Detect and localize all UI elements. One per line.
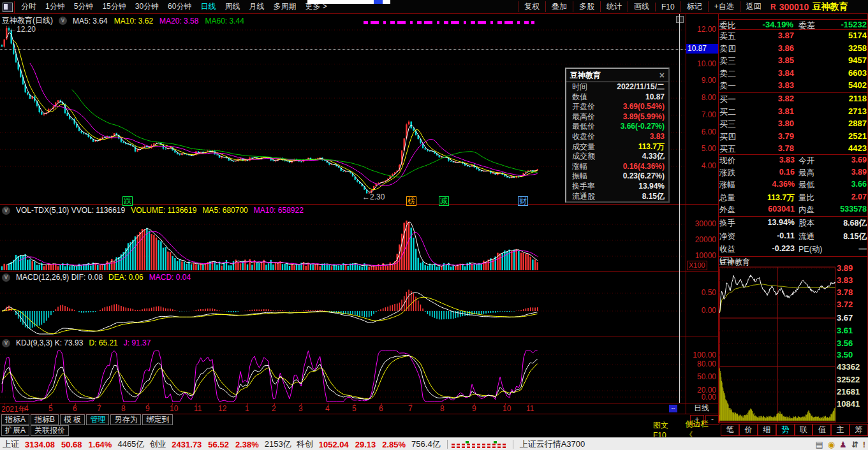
stock-label: R 300010 豆神教育	[770, 0, 848, 13]
collapse-chevron-icon[interactable]: v	[59, 17, 67, 25]
coin-icon[interactable]: ◉	[828, 440, 835, 449]
mini-volume-tick: 43362	[837, 362, 867, 372]
window-icon[interactable]	[3, 3, 13, 12]
bid-row[interactable]: 买五3.784423	[719, 143, 867, 155]
tab-关联报价[interactable]: 关联报价	[31, 425, 69, 436]
info-label: 流通	[798, 231, 829, 242]
tab-管理[interactable]: 管理	[86, 414, 109, 425]
action-多股[interactable]: 多股	[573, 1, 600, 12]
tab-另存为[interactable]: 另存为	[110, 414, 141, 425]
event-badge-减[interactable]: 减	[439, 196, 449, 206]
menu-item-分时[interactable]: 分时	[17, 1, 41, 12]
mini-price-tick: 3.61	[837, 326, 867, 335]
tab-指标B[interactable]: 指标B	[31, 414, 59, 425]
action-复权[interactable]: 复权	[518, 1, 545, 12]
tab-指标A[interactable]: 指标A	[1, 414, 29, 425]
ask-row[interactable]: 卖二3.846603	[719, 68, 867, 80]
side-tab-价[interactable]: 价	[739, 424, 758, 436]
tooltip-row-label: 成交额	[572, 152, 595, 162]
side-tab-势[interactable]: 势	[776, 424, 795, 436]
price-axis-tick: 10.00	[687, 59, 716, 68]
stock-flag: R	[770, 3, 776, 11]
collapse-chevron-icon[interactable]: v	[2, 339, 10, 347]
graphic-f10-link[interactable]: 图文F10	[653, 420, 681, 440]
collapse-chevron-icon[interactable]: v	[2, 207, 10, 215]
info-label: PE(动)	[798, 244, 829, 266]
side-tab-主[interactable]: 主	[831, 424, 850, 436]
menu-item-30分钟[interactable]: 30分钟	[131, 1, 163, 12]
bid-row-price: 3.78	[746, 143, 794, 155]
tooltip-row-value: 3.66(-0.27%)	[621, 122, 665, 132]
action-叠加[interactable]: 叠加	[545, 1, 573, 12]
info-value: 8.15亿	[829, 231, 867, 242]
side-tab-筹[interactable]: 筹	[850, 424, 868, 436]
tooltip-row: 换手率13.94%	[566, 182, 668, 192]
side-tab-值[interactable]: 值	[813, 424, 831, 436]
event-badge-财[interactable]: 财	[518, 196, 528, 206]
side-tab-笔[interactable]: 笔	[721, 424, 739, 436]
tooltip-row-value: 3.83	[650, 132, 665, 142]
action-返回[interactable]: 返回	[740, 1, 767, 12]
bid-row[interactable]: 买四3.792521	[719, 131, 867, 143]
bid-row[interactable]: 买三3.802887	[719, 119, 867, 130]
sort-icon[interactable]: ⇵	[851, 440, 858, 449]
alert-icon[interactable]: !	[863, 440, 865, 449]
ask-row[interactable]: 卖三3.859457	[719, 55, 867, 67]
menu-item-5分钟[interactable]: 5分钟	[70, 1, 98, 12]
bid-row[interactable]: 买二3.812713	[719, 106, 867, 118]
menu-item-月线[interactable]: 月线	[244, 1, 268, 12]
glass-icon[interactable]: ♟	[839, 440, 847, 449]
collapse-chevron-icon[interactable]: v	[2, 273, 10, 282]
info-value: 3.89	[829, 168, 867, 178]
main-chart-title: 豆神教育(日线)	[2, 15, 53, 26]
menu-item-多周期[interactable]: 多周期	[268, 1, 300, 12]
action-统计[interactable]: 统计	[600, 1, 628, 12]
bid-row[interactable]: 买一3.822118	[719, 94, 867, 105]
tab-绑定到[interactable]: 绑定到	[142, 414, 173, 425]
menu-item-周线[interactable]: 周线	[220, 1, 244, 12]
menu-item-1分钟[interactable]: 1分钟	[41, 1, 70, 12]
info-value: 3.66	[829, 180, 867, 191]
action-标记[interactable]: 标记	[680, 1, 708, 12]
panel-maximize-icon[interactable]	[676, 16, 684, 23]
mini-volume-tick: 21681	[837, 387, 867, 396]
ask-row-label: 卖三	[719, 55, 746, 67]
close-icon[interactable]: ×	[659, 69, 665, 82]
intraday-mini-chart[interactable]	[719, 266, 835, 423]
border-hline	[718, 256, 868, 257]
bid-row-volume: 2521	[794, 131, 867, 143]
action-F10[interactable]: F10	[655, 3, 680, 11]
menu-item-日线[interactable]: 日线	[196, 1, 220, 12]
event-badge-跌[interactable]: 跌	[122, 196, 133, 206]
price-axis-tick: 12.00	[687, 25, 716, 34]
side-tab-细[interactable]: 细	[758, 424, 776, 436]
tab-扩展A[interactable]: 扩展A	[1, 425, 29, 436]
menu-item-60分钟[interactable]: 60分钟	[163, 1, 196, 12]
index-amount: 4465亿	[117, 439, 144, 450]
event-badge-榜[interactable]: 榜	[406, 196, 416, 206]
action-+自选[interactable]: +自选	[708, 1, 740, 12]
date-label: 6	[73, 404, 77, 413]
macd-axis-tick: 0.00	[687, 306, 716, 315]
tooltip-row-label: 最高价	[572, 112, 595, 122]
tooltip-row: 开盘价3.69(0.54%)	[566, 102, 668, 112]
ask-row-volume: 9457	[794, 55, 867, 67]
bid-row-price: 3.82	[746, 94, 794, 105]
ask-row[interactable]: 卖四3.863258	[719, 43, 867, 55]
action-画线[interactable]: 画线	[628, 1, 655, 12]
menu-item-15分钟[interactable]: 15分钟	[98, 1, 130, 12]
ask-row-price: 3.85	[746, 55, 794, 67]
kline-info-tooltip[interactable]: 豆神教育 × 时间2022/11/15/二数值10.87开盘价3.69(0.54…	[565, 68, 670, 203]
tooltip-row: 成交额4.33亿	[566, 152, 668, 162]
ask-row[interactable]: 卖一3.835402	[719, 80, 867, 92]
date-label: 3	[298, 404, 303, 413]
ask-row[interactable]: 卖五3.875174	[719, 31, 867, 42]
info-label: 股本	[798, 218, 829, 229]
ask-row-price: 3.86	[746, 43, 794, 55]
tab-模 板[interactable]: 模 板	[60, 414, 85, 425]
side-tab-联[interactable]: 联	[795, 424, 813, 436]
doc-icon[interactable]: ▤	[815, 440, 823, 449]
scroll-more-indicator[interactable]: --	[669, 405, 677, 412]
ask-row-volume: 5174	[794, 31, 867, 42]
info-label: 今开	[798, 156, 829, 166]
